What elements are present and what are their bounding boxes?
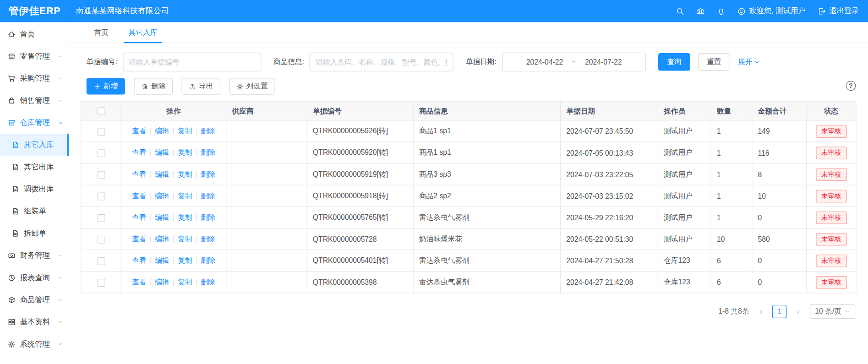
link-separator: | [150, 256, 152, 265]
row-checkbox[interactable] [97, 214, 105, 222]
delete-link[interactable]: 删除 [201, 213, 215, 221]
column-settings-button[interactable]: 列设置 [229, 78, 275, 94]
delete-link[interactable]: 删除 [201, 191, 215, 200]
view-link[interactable]: 查看 [132, 213, 146, 221]
edit-link[interactable]: 编辑 [155, 256, 169, 265]
page-size-select[interactable]: 10 条/页 [810, 304, 855, 319]
delete-link[interactable]: 删除 [201, 170, 215, 178]
edit-link[interactable]: 编辑 [155, 234, 169, 243]
sidebar-item-other-inbound[interactable]: 其它入库 [0, 134, 69, 156]
sidebar-item-finance[interactable]: 财务管理 [0, 244, 69, 266]
add-button[interactable]: 新增 [87, 78, 126, 94]
bank-icon [696, 7, 704, 15]
copy-link[interactable]: 复制 [178, 127, 192, 135]
product-info-input[interactable] [310, 53, 453, 71]
help-icon[interactable]: ? [846, 81, 856, 91]
sidebar-item-label: 报表查询 [20, 273, 58, 283]
link-separator: | [173, 213, 175, 221]
status-badge: 未审核 [816, 125, 847, 138]
purchase-icon [8, 75, 16, 82]
sidebar-item-home[interactable]: 首页 [0, 23, 69, 45]
prev-page-button[interactable] [755, 305, 767, 318]
reset-button[interactable]: 重置 [698, 53, 730, 71]
status-badge: 未审核 [816, 147, 847, 159]
sidebar-item-report[interactable]: 报表查询 [0, 267, 69, 289]
view-link[interactable]: 查看 [132, 234, 146, 243]
copy-link[interactable]: 复制 [178, 213, 192, 221]
edit-link[interactable]: 编辑 [155, 213, 169, 221]
cell-supplier [226, 120, 307, 142]
search-button[interactable]: 查询 [658, 53, 690, 71]
tab-home[interactable]: 首页 [84, 22, 119, 43]
sidebar-item-basic[interactable]: 基本资料 [0, 311, 69, 333]
plus-icon [93, 83, 101, 90]
delete-link[interactable]: 删除 [201, 278, 215, 286]
row-checkbox[interactable] [97, 128, 105, 136]
tab-other-inbound[interactable]: 其它入库 [119, 22, 167, 43]
select-all-checkbox[interactable] [97, 108, 105, 115]
next-page-button[interactable] [792, 305, 805, 318]
row-checkbox[interactable] [97, 171, 105, 179]
welcome-user[interactable]: 欢迎您, 测试用户 [737, 6, 806, 16]
copy-link[interactable]: 复制 [178, 170, 192, 178]
logout-button[interactable]: 退出登录 [818, 6, 859, 16]
sidebar-item-disassembly-order[interactable]: 拆卸单 [0, 223, 69, 244]
doc-icon [11, 163, 19, 171]
sidebar-item-retail[interactable]: 零售管理 [0, 45, 69, 67]
sidebar-item-system[interactable]: 系统管理 [0, 333, 69, 355]
copy-link[interactable]: 复制 [178, 148, 192, 157]
edit-link[interactable]: 编辑 [155, 148, 169, 157]
sidebar-item-other-outbound[interactable]: 其它出库 [0, 156, 69, 178]
chevron-down-icon [58, 297, 63, 303]
page-size-value: 10 条/页 [815, 307, 841, 317]
edit-link[interactable]: 编辑 [155, 278, 169, 286]
sidebar-item-warehouse[interactable]: 仓库管理 [0, 112, 69, 134]
sidebar-item-goods[interactable]: 商品管理 [0, 289, 69, 311]
cell-total_amount: 10 [752, 185, 806, 206]
sidebar-item-purchase[interactable]: 采购管理 [0, 67, 69, 89]
copy-link[interactable]: 复制 [178, 234, 192, 243]
view-link[interactable]: 查看 [132, 170, 146, 178]
cell-actions: 查看|编辑|复制|删除 [121, 206, 226, 228]
copy-link[interactable]: 复制 [178, 256, 192, 265]
edit-link[interactable]: 编辑 [155, 170, 169, 178]
edit-link[interactable]: 编辑 [155, 127, 169, 135]
current-page[interactable]: 1 [772, 305, 786, 318]
chevron-down-icon [58, 342, 63, 347]
row-checkbox[interactable] [97, 192, 105, 200]
view-link[interactable]: 查看 [132, 278, 146, 286]
view-link[interactable]: 查看 [132, 191, 146, 200]
delete-link[interactable]: 删除 [201, 148, 215, 157]
date-range-picker[interactable]: 2024-04-22 ~ 2024-07-22 [502, 53, 646, 71]
cell-operator: 仓库123 [658, 250, 711, 272]
copy-link[interactable]: 复制 [178, 278, 192, 286]
edit-link[interactable]: 编辑 [155, 191, 169, 200]
expand-link[interactable]: 展开 [738, 57, 760, 67]
bill-no-input[interactable] [123, 53, 261, 71]
copy-link[interactable]: 复制 [178, 191, 192, 200]
row-checkbox[interactable] [97, 257, 105, 265]
sidebar-item-transfer-outbound[interactable]: 调拨出库 [0, 178, 69, 200]
delete-button[interactable]: 删除 [134, 78, 173, 94]
sidebar-item-assembly-order[interactable]: 组装单 [0, 200, 69, 222]
add-label: 新增 [104, 81, 118, 92]
view-link[interactable]: 查看 [132, 148, 146, 157]
link-separator: | [196, 278, 197, 286]
sidebar-item-sales[interactable]: 销售管理 [0, 90, 69, 112]
delete-link[interactable]: 删除 [201, 256, 215, 265]
export-button[interactable]: 导出 [181, 78, 220, 94]
cell-checkbox [81, 163, 121, 185]
bank-icon[interactable] [696, 7, 704, 15]
search-icon[interactable] [676, 7, 684, 15]
row-checkbox[interactable] [97, 236, 105, 244]
cell-bill_no: QTRK00000005926[转] [307, 120, 413, 142]
bell-icon[interactable] [717, 7, 725, 15]
delete-link[interactable]: 删除 [201, 127, 215, 135]
delete-link[interactable]: 删除 [201, 234, 215, 243]
chevron-down-icon [58, 275, 63, 281]
view-link[interactable]: 查看 [132, 256, 146, 265]
row-checkbox[interactable] [97, 149, 105, 157]
row-checkbox[interactable] [97, 279, 105, 287]
view-link[interactable]: 查看 [132, 127, 146, 135]
header-cell-bill_date: 单据日期 [561, 102, 658, 120]
